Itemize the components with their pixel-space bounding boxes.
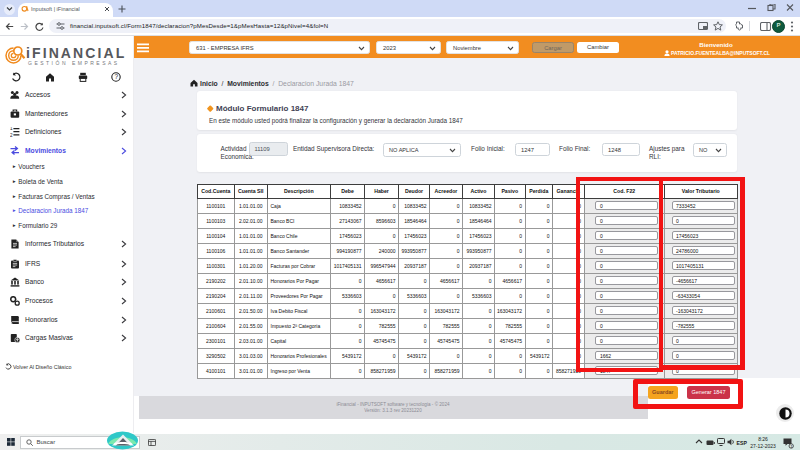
svg-text:2: 2 <box>10 133 13 137</box>
svg-text:1: 1 <box>10 127 13 131</box>
svg-text:?: ? <box>114 73 118 80</box>
